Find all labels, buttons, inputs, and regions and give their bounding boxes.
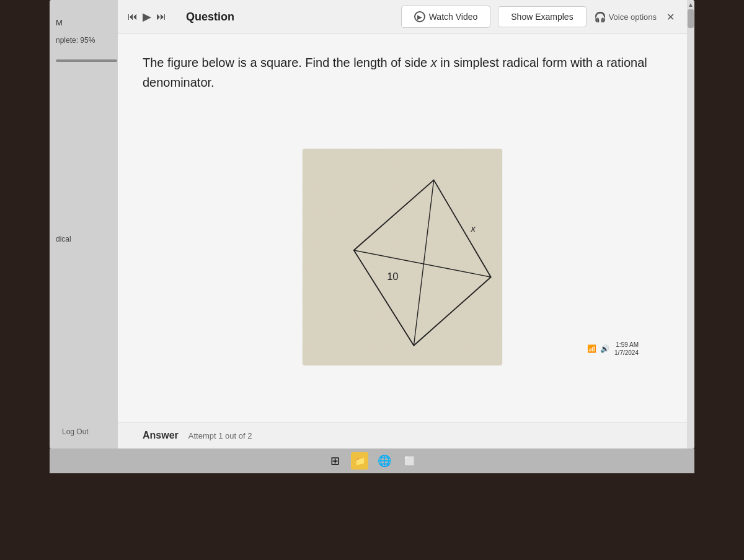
show-examples-label: Show Examples [511, 12, 573, 22]
top-bar: ⏮ ▶ ⏭ Question ▶ Watch Video Show Exampl… [118, 0, 687, 34]
wifi-icon: 📶 [587, 344, 596, 353]
sidebar-complete-label: nplete: 95% [50, 33, 101, 47]
voice-options-label: Voice options [609, 12, 657, 22]
log-out-button[interactable]: Log Out [56, 422, 95, 442]
watch-video-button[interactable]: ▶ Watch Video [401, 6, 491, 28]
sidebar: M nplete: 95% dical Log Out [50, 0, 118, 448]
content-area: The figure below is a square. Find the l… [118, 34, 687, 422]
label-x: x [471, 224, 476, 234]
attempt-text: Attempt 1 out of 2 [188, 431, 252, 440]
app-icon[interactable]: ⬜ [401, 452, 418, 470]
answer-label: Answer [143, 430, 179, 441]
square-diagram: 10 x [294, 149, 511, 365]
file-explorer-icon[interactable]: 📁 [351, 452, 368, 470]
question-label: Question [186, 11, 234, 24]
scrollbar-thumb[interactable] [688, 9, 694, 28]
variable-x: x [431, 56, 437, 69]
taskbar: ⊞ 📁 🌐 ⬜ [50, 448, 694, 473]
start-icon[interactable]: ⊞ [326, 452, 343, 470]
headphone-icon: 🎧 [594, 11, 606, 23]
svg-rect-1 [303, 149, 502, 365]
system-time: 1:59 AM 1/7/2024 [614, 341, 639, 357]
nav-play-icon[interactable]: ▶ [143, 10, 151, 24]
main-content: ⏮ ▶ ⏭ Question ▶ Watch Video Show Exampl… [118, 0, 687, 448]
sidebar-dical-label: dical [50, 232, 78, 246]
speaker-icon: 🔊 [600, 344, 609, 353]
show-examples-button[interactable]: Show Examples [498, 6, 586, 27]
nav-prev-first-icon[interactable]: ⏮ [128, 11, 138, 22]
top-bar-left: ⏮ ▶ ⏭ Question [128, 10, 234, 24]
play-circle-icon: ▶ [414, 11, 425, 22]
scroll-up-icon[interactable]: ▲ [688, 1, 694, 8]
nav-next-last-icon[interactable]: ⏭ [156, 11, 166, 22]
top-bar-right: ▶ Watch Video Show Examples 🎧 Voice opti… [401, 6, 677, 28]
nav-icons: ⏮ ▶ ⏭ [128, 10, 166, 24]
question-text: The figure below is a square. Find the l… [143, 53, 662, 92]
sidebar-m-label: M [50, 12, 69, 33]
diagram-area: 10 x [143, 105, 662, 409]
scrollbar[interactable]: ▲ [687, 0, 694, 448]
browser-icon[interactable]: 🌐 [376, 452, 393, 470]
voice-options-button[interactable]: 🎧 Voice options [594, 11, 657, 23]
label-10: 10 [387, 271, 398, 282]
watch-video-label: Watch Video [429, 12, 478, 22]
close-button[interactable]: ✕ [664, 9, 677, 25]
bottom-bar: Answer Attempt 1 out of 2 [118, 422, 687, 448]
system-tray: 📶 🔊 1:59 AM 1/7/2024 [587, 341, 639, 357]
